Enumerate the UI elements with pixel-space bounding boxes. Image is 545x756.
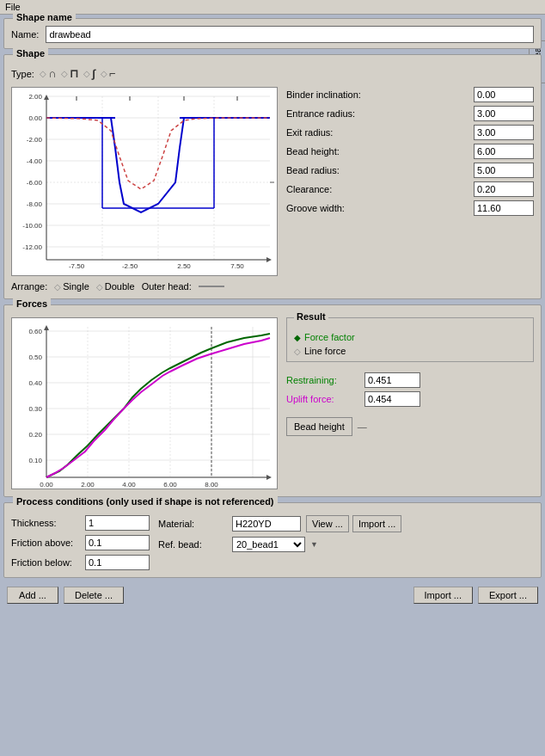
svg-text:-7.50: -7.50 <box>69 262 85 270</box>
process-title: Process conditions (only used if shape i… <box>13 496 278 507</box>
svg-text:2.50: 2.50 <box>177 262 191 270</box>
type-option-3[interactable]: ◇ ∫ <box>83 67 95 80</box>
result-box-title: Result <box>294 311 328 322</box>
material-buttons: View ... Import ... <box>306 515 401 532</box>
result-box: Result ◆ Force factor ◇ Line force <box>286 317 534 362</box>
restraining-label: Restraining: <box>286 375 359 385</box>
line-force-option[interactable]: ◇ Line force <box>294 346 526 356</box>
svg-text:8.00: 8.00 <box>205 481 218 489</box>
binder-inclination-input[interactable] <box>474 87 534 102</box>
svg-marker-29 <box>44 95 49 100</box>
svg-text:→: → <box>277 179 278 187</box>
shape-chart-svg: 2.00 0.00 -2.00 -4.00 -6.00 -8.00 -10.00… <box>12 88 278 276</box>
shape-name-title: Shape name <box>13 12 76 22</box>
svg-marker-63 <box>266 475 272 480</box>
bead-radius-input[interactable] <box>474 163 534 178</box>
friction-above-input[interactable] <box>85 535 150 550</box>
force-factor-option[interactable]: ◆ Force factor <box>294 332 526 342</box>
material-input[interactable] <box>232 516 301 532</box>
param-entrance-radius: Entrance radius: <box>286 106 534 121</box>
ref-bead-row: Ref. bead: 20_bead1 ▼ <box>158 537 401 552</box>
forces-chart: 0.60 0.50 0.40 0.30 0.20 0.10 0.00 2.00 … <box>11 317 278 489</box>
svg-marker-30 <box>266 257 272 262</box>
svg-text:6.00: 6.00 <box>163 481 177 489</box>
params-area: Binder inclination: Entrance radius: Exi… <box>286 87 534 276</box>
param-bead-height: Bead height: <box>286 144 534 159</box>
process-panel: Process conditions (only used if shape i… <box>3 502 542 578</box>
exit-radius-input[interactable] <box>474 125 534 140</box>
name-label: Name: <box>11 29 39 40</box>
svg-text:2.00: 2.00 <box>28 93 42 101</box>
svg-text:-2.50: -2.50 <box>122 262 138 270</box>
forces-panel: Forces <box>3 304 542 497</box>
svg-text:0.00: 0.00 <box>40 481 53 489</box>
view-button[interactable]: View ... <box>306 515 349 532</box>
bottom-left-buttons: Add ... Delete ... <box>7 587 124 604</box>
arrange-single-label: Single <box>63 281 89 292</box>
type-label: Type: <box>11 69 34 79</box>
svg-text:-10.00: -10.00 <box>22 222 42 230</box>
bead-height-row: Bead height — <box>286 417 534 436</box>
param-clearance: Clearance: <box>286 181 534 197</box>
clearance-input[interactable] <box>474 181 534 197</box>
groove-width-label: Groove width: <box>286 203 345 213</box>
bead-height-button[interactable]: Bead height <box>286 417 352 436</box>
binder-inclination-label: Binder inclination: <box>286 89 361 100</box>
shape-main: 2.00 0.00 -2.00 -4.00 -6.00 -8.00 -10.00… <box>11 87 534 276</box>
material-label: Material: <box>158 519 227 529</box>
param-bead-radius: Bead radius: <box>286 163 534 178</box>
forces-chart-svg: 0.60 0.50 0.40 0.30 0.20 0.10 0.00 2.00 … <box>12 318 278 489</box>
svg-text:4.00: 4.00 <box>122 481 136 489</box>
menubar[interactable]: File <box>0 0 545 15</box>
add-button[interactable]: Add ... <box>7 587 58 604</box>
ref-bead-label: Ref. bead: <box>158 539 227 550</box>
friction-below-input[interactable] <box>85 555 150 570</box>
arrange-single[interactable]: ◇ Single <box>54 281 89 292</box>
shape-type-row: Type: ◇ ∩ ◇ ⊓ ◇ ∫ ◇ ⌐ <box>11 67 534 80</box>
ref-bead-select[interactable]: 20_bead1 <box>232 537 305 552</box>
bottom-right-buttons: Import ... Export ... <box>413 587 538 604</box>
svg-text:0.60: 0.60 <box>28 328 42 335</box>
friction-above-label: Friction above: <box>11 538 80 548</box>
shape-title: Shape <box>13 48 48 58</box>
process-content: Thickness: Friction above: Friction belo… <box>11 515 534 570</box>
svg-marker-62 <box>44 325 49 330</box>
line-force-label: Line force <box>304 346 346 356</box>
svg-text:-4.00: -4.00 <box>27 157 43 165</box>
force-factor-label: Force factor <box>304 332 355 342</box>
svg-text:-2.00: -2.00 <box>27 136 43 144</box>
restraining-row: Restraining: <box>286 372 534 388</box>
bead-height-input[interactable] <box>474 144 534 159</box>
svg-text:0.20: 0.20 <box>28 431 42 439</box>
param-groove-width: Groove width: <box>286 200 534 216</box>
clearance-label: Clearance: <box>286 184 332 194</box>
export-button[interactable]: Export ... <box>478 587 538 604</box>
svg-text:-6.00: -6.00 <box>27 179 43 187</box>
file-menu[interactable]: File <box>5 2 21 12</box>
thickness-input[interactable] <box>85 515 150 531</box>
delete-button[interactable]: Delete ... <box>64 587 124 604</box>
thickness-row: Thickness: <box>11 515 150 531</box>
uplift-input[interactable] <box>364 391 420 407</box>
arrange-double[interactable]: ◇ Double <box>96 281 135 292</box>
svg-text:7.50: 7.50 <box>230 262 244 270</box>
restraining-input[interactable] <box>364 372 420 388</box>
import-button[interactable]: Import ... <box>413 587 473 604</box>
groove-width-input[interactable] <box>474 200 534 216</box>
svg-text:-8.00: -8.00 <box>27 200 43 208</box>
import-material-button[interactable]: Import ... <box>352 515 401 532</box>
shape-panel: Shape Type: ◇ ∩ ◇ ⊓ ◇ ∫ ◇ ⌐ <box>3 54 542 299</box>
arrange-row: Arrange: ◇ Single ◇ Double Outer head: <box>11 281 534 292</box>
type-option-4[interactable]: ◇ ⌐ <box>101 67 116 80</box>
forces-title: Forces <box>13 298 51 309</box>
friction-above-row: Friction above: <box>11 535 150 550</box>
bottom-bar: Add ... Delete ... Import ... Export ... <box>3 583 542 607</box>
exit-radius-label: Exit radius: <box>286 127 333 138</box>
name-input[interactable]: drawbead <box>46 26 534 43</box>
type-option-1[interactable]: ◇ ∩ <box>40 67 56 80</box>
entrance-radius-input[interactable] <box>474 106 534 121</box>
uplift-row: Uplift force: <box>286 391 534 407</box>
process-left: Thickness: Friction above: Friction belo… <box>11 515 150 570</box>
type-option-2[interactable]: ◇ ⊓ <box>61 67 78 80</box>
uplift-label: Uplift force: <box>286 394 359 404</box>
